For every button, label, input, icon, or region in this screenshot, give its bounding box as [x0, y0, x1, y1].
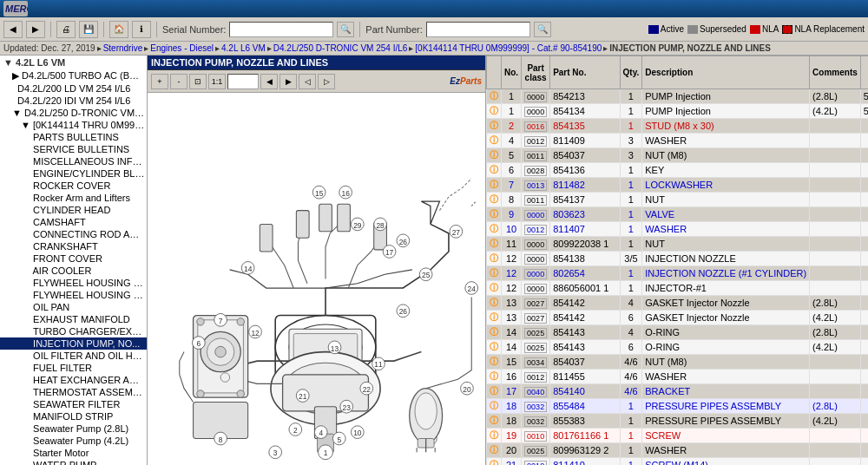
row-expand-icon[interactable]: ⓘ	[487, 134, 502, 148]
tree-item-d42l500[interactable]: ▶ D4.2L/500 TURBO AC (BRAVO) VM	[0, 69, 147, 82]
table-row[interactable]: ⓘ 10 0012 811407 1 WASHER	[487, 222, 869, 237]
table-area[interactable]: No. Part class Part No. Qty. Description…	[486, 56, 868, 465]
diag-prev2[interactable]: ◁	[299, 74, 316, 89]
table-row[interactable]: ⓘ 13 0027 854142 6 GASKET Injector Nozzl…	[487, 311, 869, 325]
col-class[interactable]: Part class	[522, 56, 550, 89]
tree-item-d42l220[interactable]: D4.2L/220 IDI VM 254 I/L6	[0, 95, 147, 107]
row-partno[interactable]: 802654	[550, 266, 620, 281]
row-expand-icon[interactable]: ⓘ	[487, 148, 502, 163]
tree-item-injection-pump[interactable]: INJECTION PUMP, NO...	[0, 337, 147, 350]
row-expand-icon[interactable]: ⓘ	[487, 178, 502, 193]
col-qty[interactable]: Qty.	[620, 56, 642, 89]
table-row[interactable]: ⓘ 8 0011 854137 1 NUT 16.35	[487, 193, 869, 207]
row-partno[interactable]: 855383	[550, 414, 620, 429]
serial-search-button[interactable]: 🔍	[337, 22, 354, 37]
tree-item-seawater-28[interactable]: Seawater Pump (2.8L)	[0, 422, 147, 435]
row-partno[interactable]: 854135	[550, 119, 620, 134]
row-partno[interactable]: 854143	[550, 340, 620, 355]
row-partno[interactable]: 886056001 1	[550, 281, 620, 296]
col-no[interactable]: No.	[502, 56, 522, 89]
tree-item-turbo[interactable]: TURBO CHARGER/EXHAU...	[0, 325, 147, 337]
table-row[interactable]: ⓘ 17 0040 854140 4/6 BRACKET 26.38	[487, 384, 869, 399]
tree-item-misc-info[interactable]: MISCELLANEOUS INFOR...	[0, 155, 147, 167]
tree-item-camshaft[interactable]: CAMSHAFT	[0, 216, 147, 228]
row-expand-icon[interactable]: ⓘ	[487, 414, 502, 429]
tree-item-cylinder-head[interactable]: CYLINDER HEAD	[0, 204, 147, 216]
row-partno[interactable]: 811407	[550, 222, 620, 237]
table-row[interactable]: ⓘ 13 0027 854142 4 GASKET Injector Nozzl…	[487, 296, 869, 311]
tree-item-range[interactable]: ▼ [0K144114 THRU 0M999999]	[0, 119, 147, 131]
row-partno[interactable]: 854037	[550, 148, 620, 163]
tree-item-front-cover[interactable]: FRONT COVER	[0, 252, 147, 265]
table-row[interactable]: ⓘ 9 0000 803623 1 VALVE 811.38	[487, 207, 869, 222]
tree-item-water-pump[interactable]: WATER PUMP	[0, 459, 147, 465]
tree-item-parts-bulletins[interactable]: PARTS BULLETINS	[0, 131, 147, 143]
diag-actual[interactable]: 1:1	[208, 74, 226, 89]
row-expand-icon[interactable]: ⓘ	[487, 252, 502, 266]
tree-item-starter[interactable]: Starter Motor	[0, 447, 147, 459]
table-row[interactable]: ⓘ 18 0032 855484 1 PRESSURE PIPES ASSEMB…	[487, 399, 869, 414]
home-button[interactable]: 🏠	[109, 21, 128, 38]
print-button[interactable]: 🖨	[56, 21, 76, 38]
row-expand-icon[interactable]: ⓘ	[487, 104, 502, 119]
table-row[interactable]: ⓘ 7 0013 811482 1 LOCKWASHER 2.18	[487, 178, 869, 193]
col-partno[interactable]: Part No.	[550, 56, 620, 89]
info-button[interactable]: ℹ	[132, 21, 151, 38]
tree-item-air-cooler[interactable]: AIR COOLER	[0, 265, 147, 277]
row-expand-icon[interactable]: ⓘ	[487, 458, 502, 466]
part-input[interactable]	[426, 22, 530, 37]
row-expand-icon[interactable]: ⓘ	[487, 311, 502, 325]
diag-prev[interactable]: ◀	[260, 74, 278, 89]
diag-next[interactable]: ▶	[279, 74, 297, 89]
tree-item-d42l200[interactable]: D4.2L/200 LD VM 254 I/L6	[0, 82, 147, 95]
breadcrumb-l6vm[interactable]: 4.2L L6 VM	[221, 43, 266, 53]
row-expand-icon[interactable]: ⓘ	[487, 266, 502, 281]
table-row[interactable]: ⓘ 2 0016 854135 1 STUD (M8 x 30) 14.10	[487, 119, 869, 134]
tree-item-exhaust[interactable]: EXHAUST MANIFOLD	[0, 313, 147, 325]
row-partno[interactable]: 854137	[550, 193, 620, 207]
breadcrumb-engines[interactable]: Engines - Diesel	[150, 43, 214, 53]
col-retail[interactable]: Retail - NOK (NOK)	[860, 56, 868, 89]
tree-item-seawater-filter[interactable]: SEAWATER FILTER	[0, 398, 147, 410]
table-row[interactable]: ⓘ 18 0032 855383 1 PRESSURE PIPES ASSEMB…	[487, 414, 869, 429]
row-partno[interactable]: 811409	[550, 134, 620, 148]
row-partno[interactable]: 803623	[550, 207, 620, 222]
tree-item-thermostat[interactable]: THERMOSTAT ASSEMBLY	[0, 386, 147, 398]
diagram-area[interactable]: 15 27 16 14 29 28	[148, 93, 485, 465]
table-row[interactable]: ⓘ 14 0025 854143 4 O-RING (2.8L) 5.60	[487, 325, 869, 340]
table-row[interactable]: ⓘ 12 0000 854138 3/5 INJECTION NOZZLE 16…	[487, 252, 869, 266]
tree-item-oil-filter[interactable]: OIL FILTER AND OIL HOS...	[0, 350, 147, 362]
row-expand-icon[interactable]: ⓘ	[487, 237, 502, 252]
tree-item-heat-exchanger[interactable]: HEAT EXCHANGER AND H...	[0, 374, 147, 386]
row-partno[interactable]: 811482	[550, 178, 620, 193]
row-expand-icon[interactable]: ⓘ	[487, 193, 502, 207]
row-partno[interactable]: 854037	[550, 355, 620, 370]
breadcrumb-range[interactable]: [0K144114 THRU 0M999999] - Cat.# 90-8541…	[415, 43, 602, 53]
tree-item-engine-cylinder[interactable]: ENGINE/CYLINDER BLOC...	[0, 167, 147, 180]
zoom-input[interactable]: 150	[227, 74, 259, 89]
col-desc[interactable]: Description	[642, 56, 810, 89]
diag-fit[interactable]: ⊡	[189, 74, 207, 89]
row-partno[interactable]: 854142	[550, 296, 620, 311]
row-expand-icon[interactable]: ⓘ	[487, 119, 502, 134]
row-expand-icon[interactable]: ⓘ	[487, 222, 502, 237]
table-row[interactable]: ⓘ 1 0000 854213 1 PUMP Injection (2.8L) …	[487, 89, 869, 104]
tree-item-fuel-filter[interactable]: FUEL FILTER	[0, 362, 147, 374]
breadcrumb-updated[interactable]: Updated: Dec. 27, 2019	[3, 43, 95, 53]
row-partno[interactable]: 854134	[550, 104, 620, 119]
tree-item-connecting-rod[interactable]: CONNECTING ROD AND P...	[0, 228, 147, 240]
table-row[interactable]: ⓘ 6 0028 854136 1 KEY 12.92	[487, 163, 869, 178]
tree-item-crankshaft[interactable]: CRANKSHAFT	[0, 240, 147, 252]
row-expand-icon[interactable]: ⓘ	[487, 355, 502, 370]
row-partno[interactable]: 811455	[550, 370, 620, 384]
diag-zoom-out[interactable]: -	[170, 74, 187, 89]
row-partno[interactable]: 854140	[550, 384, 620, 399]
row-expand-icon[interactable]: ⓘ	[487, 296, 502, 311]
row-expand-icon[interactable]: ⓘ	[487, 281, 502, 296]
row-partno[interactable]: 854138	[550, 252, 620, 266]
breadcrumb-dtronic[interactable]: D4.2L/250 D-TRONIC VM 254 I/L6	[273, 43, 408, 53]
table-row[interactable]: ⓘ 5 0011 854037 3 NUT (M8) 1.44	[487, 148, 869, 163]
row-expand-icon[interactable]: ⓘ	[487, 429, 502, 443]
row-partno[interactable]: 855484	[550, 399, 620, 414]
row-partno[interactable]: 811410	[550, 458, 620, 466]
